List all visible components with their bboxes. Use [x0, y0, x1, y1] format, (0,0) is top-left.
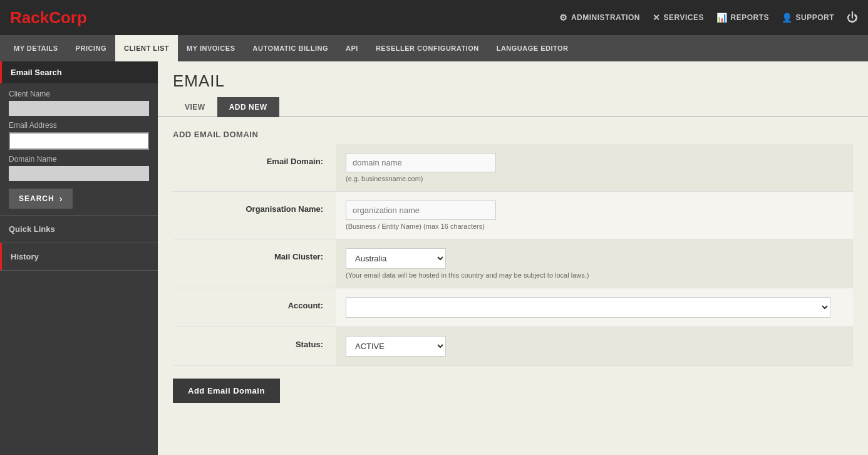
power-button[interactable]: ⏻: [847, 11, 858, 24]
account-select[interactable]: [346, 297, 830, 318]
services-nav-item[interactable]: ✕ SERVICES: [653, 13, 704, 23]
reports-nav-item[interactable]: 📊 REPORTS: [716, 13, 769, 23]
domain-name-input[interactable]: [9, 166, 149, 181]
tab-add-new[interactable]: ADD NEW: [217, 97, 279, 117]
admin-nav-item[interactable]: ⚙ ADMINISTRATION: [559, 13, 640, 23]
user-icon: 👤: [782, 13, 793, 23]
top-nav: ⚙ ADMINISTRATION ✕ SERVICES 📊 REPORTS 👤 …: [559, 11, 858, 24]
history-item[interactable]: History: [0, 243, 158, 270]
email-address-input[interactable]: [9, 132, 149, 150]
email-search-section: Email Search Client Name Email Address D…: [0, 61, 158, 216]
mail-cluster-label: Mail Cluster:: [173, 239, 336, 288]
email-domain-row: Email Domain: (e.g. businessname.com): [173, 144, 853, 192]
support-nav-item[interactable]: 👤 SUPPORT: [782, 13, 834, 23]
client-name-input[interactable]: [9, 101, 149, 116]
search-button[interactable]: SEARCH ›: [9, 189, 73, 209]
logo: RackCorp: [10, 8, 87, 28]
form-table: Email Domain: (e.g. businessname.com) Or…: [173, 144, 853, 366]
nav-reseller-config[interactable]: RESELLER CONFIGURATION: [367, 35, 488, 61]
mail-cluster-select[interactable]: Australia United States United Kingdom: [346, 248, 446, 269]
arrow-icon: ›: [59, 194, 63, 204]
logo-corp: Corp: [49, 8, 87, 27]
status-row: Status: ACTIVE INACTIVE SUSPENDED: [173, 327, 853, 366]
status-label: Status:: [173, 327, 336, 366]
domain-name-label: Domain Name: [9, 155, 149, 164]
form-area: ADD EMAIL DOMAIN Email Domain: (e.g. bus…: [158, 117, 868, 416]
status-select[interactable]: ACTIVE INACTIVE SUSPENDED: [346, 336, 446, 357]
mail-cluster-cell: Australia United States United Kingdom (…: [336, 239, 853, 288]
sidebar: Email Search Client Name Email Address D…: [0, 61, 158, 455]
main-nav: MY DETAILS PRICING CLIENT LIST MY INVOIC…: [0, 35, 868, 61]
quick-links-section: Quick Links: [0, 216, 158, 243]
status-cell: ACTIVE INACTIVE SUSPENDED: [336, 327, 853, 366]
sidebar-form: Client Name Email Address Domain Name SE…: [0, 83, 158, 215]
org-name-cell: (Business / Entity Name) (max 16 charact…: [336, 192, 853, 239]
nav-my-invoices[interactable]: MY INVOICES: [178, 35, 244, 61]
main-content: EMAIL VIEW ADD NEW ADD EMAIL DOMAIN Emai…: [158, 61, 868, 455]
page-title: EMAIL: [173, 71, 853, 91]
mail-cluster-hint: (Your email data will be hosted in this …: [346, 271, 843, 279]
email-domain-hint: (e.g. businessname.com): [346, 175, 843, 182]
gear-icon: ⚙: [559, 13, 568, 23]
email-address-label: Email Address: [9, 121, 149, 130]
org-name-label: Organisation Name:: [173, 192, 336, 239]
nav-api[interactable]: API: [337, 35, 367, 61]
history-section: History: [0, 243, 158, 271]
nav-client-list[interactable]: CLIENT LIST: [115, 35, 178, 61]
chart-icon: 📊: [716, 13, 728, 23]
org-name-input[interactable]: [346, 201, 496, 220]
nav-language-editor[interactable]: LANGUAGE EDITOR: [488, 35, 577, 61]
email-domain-cell: (e.g. businessname.com): [336, 144, 853, 192]
logo-rack: Rack: [10, 8, 49, 27]
account-row: Account:: [173, 288, 853, 327]
mail-cluster-row: Mail Cluster: Australia United States Un…: [173, 239, 853, 288]
add-email-domain-button[interactable]: Add Email Domain: [173, 379, 280, 403]
account-label: Account:: [173, 288, 336, 327]
email-search-title: Email Search: [0, 61, 158, 83]
email-domain-label: Email Domain:: [173, 144, 336, 192]
tab-view[interactable]: VIEW: [173, 97, 217, 117]
org-name-row: Organisation Name: (Business / Entity Na…: [173, 192, 853, 239]
nav-pricing[interactable]: PRICING: [67, 35, 115, 61]
wrench-icon: ✕: [653, 13, 661, 23]
page-header: EMAIL: [158, 61, 868, 97]
email-domain-input[interactable]: [346, 153, 496, 172]
tabs: VIEW ADD NEW: [158, 97, 868, 117]
nav-my-details[interactable]: MY DETAILS: [5, 35, 67, 61]
client-name-label: Client Name: [9, 90, 149, 98]
top-bar: RackCorp ⚙ ADMINISTRATION ✕ SERVICES 📊 R…: [0, 0, 868, 35]
org-name-hint: (Business / Entity Name) (max 16 charact…: [346, 222, 843, 230]
account-cell: [336, 288, 853, 327]
form-section-title: ADD EMAIL DOMAIN: [173, 130, 853, 144]
nav-auto-billing[interactable]: AUTOMATIC BILLING: [244, 35, 338, 61]
quick-links-item[interactable]: Quick Links: [0, 216, 158, 243]
page-layout: Email Search Client Name Email Address D…: [0, 61, 868, 455]
